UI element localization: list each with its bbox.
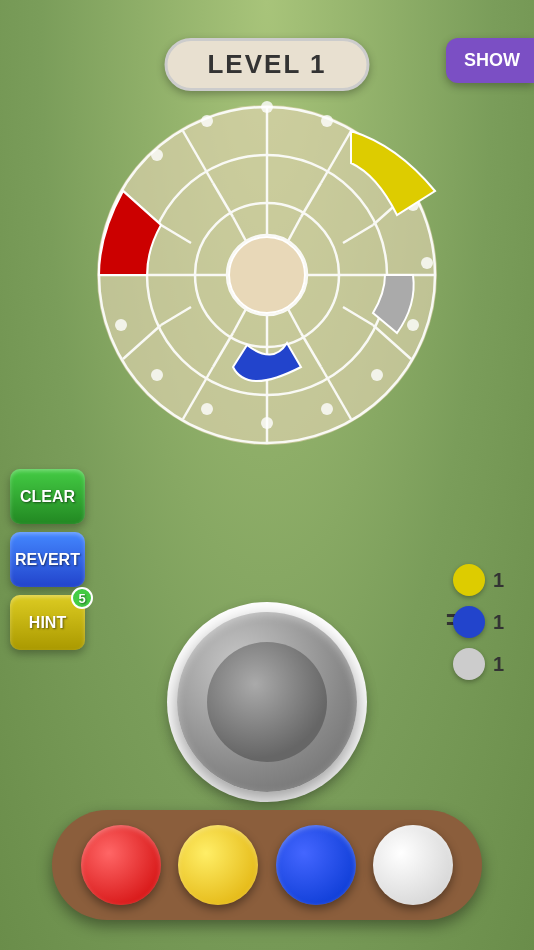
svg-point-46 (201, 403, 213, 415)
mixing-bowl (177, 612, 357, 792)
svg-point-44 (321, 403, 333, 415)
palette-bar (52, 810, 482, 920)
count-row-yellow: 1 (453, 564, 504, 596)
svg-point-42 (407, 319, 419, 331)
svg-point-53 (229, 237, 305, 313)
svg-point-47 (151, 369, 163, 381)
palette-white-button[interactable] (373, 825, 453, 905)
white-count: 1 (493, 653, 504, 676)
svg-point-45 (261, 417, 273, 429)
count-row-white: 1 (453, 648, 504, 680)
yellow-count: 1 (493, 569, 504, 592)
show-button[interactable]: SHOW (446, 38, 534, 83)
level-banner: LEVEL 1 (164, 38, 369, 91)
bowl-inner (207, 642, 327, 762)
svg-point-48 (115, 319, 127, 331)
svg-point-37 (261, 101, 273, 113)
svg-point-38 (321, 115, 333, 127)
white-count-circle (453, 648, 485, 680)
hint-button[interactable]: HINT 5 (10, 595, 85, 650)
svg-point-41 (421, 257, 433, 269)
svg-point-51 (151, 149, 163, 161)
blue-count-circle (453, 606, 485, 638)
hint-badge: 5 (71, 587, 93, 609)
mixing-bowl-wrapper (167, 602, 367, 802)
palette-blue-button[interactable] (276, 825, 356, 905)
level-text: LEVEL 1 (207, 49, 326, 79)
svg-point-52 (201, 115, 213, 127)
color-counts: 1 1 1 (453, 564, 504, 680)
revert-button[interactable]: REVERT (10, 532, 85, 587)
palette-red-button[interactable] (81, 825, 161, 905)
palette-yellow-button[interactable] (178, 825, 258, 905)
count-row-blue: 1 (453, 606, 504, 638)
yellow-count-circle (453, 564, 485, 596)
left-buttons: CLEAR REVERT HINT 5 (10, 469, 85, 650)
puzzle-wheel (87, 95, 447, 455)
clear-button[interactable]: CLEAR (10, 469, 85, 524)
svg-point-43 (371, 369, 383, 381)
blue-count: 1 (493, 611, 504, 634)
